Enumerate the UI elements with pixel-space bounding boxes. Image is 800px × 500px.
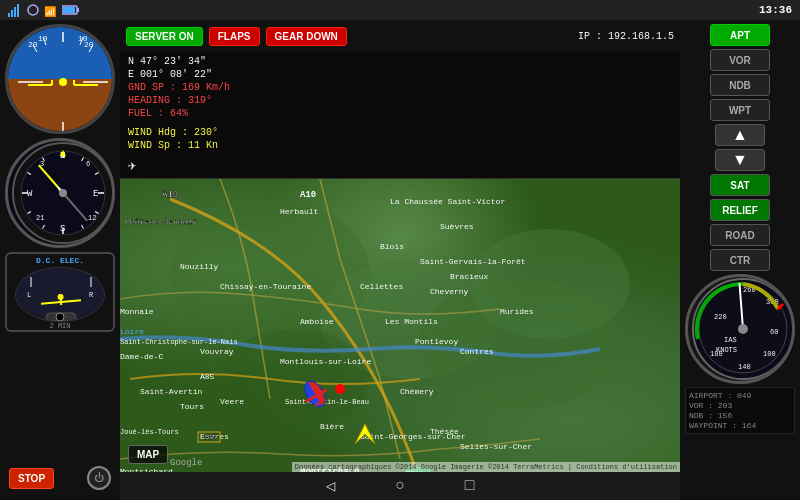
apt-button[interactable]: APT [710, 24, 770, 46]
android-nav-bar: ◁ ○ □ [120, 472, 680, 500]
waypoint-count: WAYPOINT : 164 [689, 421, 791, 430]
ndb-button[interactable]: NDB [710, 74, 770, 96]
stop-button[interactable]: STOP [9, 468, 54, 489]
svg-rect-1 [11, 10, 13, 17]
latitude: N 47° 23' 34" [128, 56, 258, 67]
svg-text:6: 6 [86, 160, 90, 168]
directional-indicator: N E S W 3 6 12 21 [5, 138, 115, 248]
svg-text:Thésée: Thésée [430, 427, 459, 436]
map-container[interactable]: A10 A10 A85 Loire Château-Renault Herbau… [120, 179, 680, 472]
wpt-button[interactable]: WPT [710, 99, 770, 121]
power-icon[interactable]: ⏻ [87, 466, 111, 490]
vor-button[interactable]: VOR [710, 49, 770, 71]
map-roads-svg: A10 A10 A85 Loire Château-Renault Herbau… [120, 179, 680, 472]
android-icon [26, 3, 40, 17]
svg-text:20: 20 [28, 40, 38, 49]
gear-down-button[interactable]: GEAR DOWN [266, 27, 347, 46]
svg-text:Chissay-en-Touraine: Chissay-en-Touraine [220, 282, 311, 291]
svg-point-62 [56, 313, 64, 321]
svg-text:Nouzilly: Nouzilly [180, 262, 219, 271]
svg-text:Blois: Blois [380, 242, 404, 251]
info-panel: N 47° 23' 34" E 001° 08' 22" GND SP : 16… [120, 52, 680, 179]
svg-text:Joué-lès-Tours: Joué-lès-Tours [120, 428, 179, 436]
map-button[interactable]: MAP [128, 445, 168, 464]
svg-text:Suèvres: Suèvres [440, 222, 474, 231]
center-area: SERVER ON FLAPS GEAR DOWN IP : 192.168.1… [120, 20, 680, 500]
svg-text:E: E [93, 189, 98, 199]
svg-rect-7 [77, 8, 79, 12]
status-icons: 📶 [8, 3, 80, 17]
svg-text:100: 100 [763, 350, 776, 358]
svg-text:Saint-Martin-le-Beau: Saint-Martin-le-Beau [285, 398, 369, 406]
top-bar: SERVER ON FLAPS GEAR DOWN IP : 192.168.1… [120, 20, 680, 52]
turn-coordinator: D.C. ELEC. L R 2 MIN [5, 252, 115, 332]
battery-icon [62, 3, 80, 17]
home-button[interactable]: ○ [395, 477, 405, 495]
svg-text:Tours: Tours [180, 402, 204, 411]
svg-point-25 [59, 78, 67, 86]
svg-text:KNOTS: KNOTS [716, 346, 737, 354]
svg-text:Murides: Murides [500, 307, 534, 316]
svg-text:Veere: Veere [220, 397, 244, 406]
svg-text:A85: A85 [200, 372, 215, 381]
clock: 13:36 [759, 4, 792, 16]
ip-address: IP : 192.168.1.5 [578, 31, 674, 42]
svg-point-4 [28, 5, 38, 15]
svg-text:Contres: Contres [460, 347, 494, 356]
ground-speed: GND SP : 169 Km/h [128, 82, 258, 93]
svg-text:📶: 📶 [44, 5, 57, 17]
svg-text:Saint-Gervais-la-Forêt: Saint-Gervais-la-Forêt [420, 257, 526, 266]
svg-text:Pontlevoy: Pontlevoy [415, 337, 458, 346]
wifi-icon: 📶 [44, 3, 58, 17]
right-info-panel: AIRPORT : 049 VOR : 203 NDB : 156 WAYPOI… [685, 387, 795, 434]
svg-text:60: 60 [770, 328, 778, 336]
svg-rect-2 [14, 7, 16, 17]
svg-text:Herbault: Herbault [280, 207, 318, 216]
attitude-markings: 10 10 20 20 [8, 27, 115, 134]
svg-text:10: 10 [38, 34, 48, 43]
google-label: Google [170, 458, 202, 468]
compass-svg: N E S W 3 6 12 21 [8, 138, 112, 248]
svg-text:A10: A10 [162, 190, 178, 200]
back-button[interactable]: ◁ [326, 476, 336, 496]
svg-text:Loire: Loire [120, 327, 144, 336]
attitude-indicator: 10 10 20 20 [5, 24, 115, 134]
svg-text:Bière: Bière [320, 422, 344, 431]
recent-apps-button[interactable]: □ [465, 477, 475, 495]
ctr-button[interactable]: CTR [710, 249, 770, 271]
svg-text:12: 12 [88, 214, 96, 222]
svg-text:Saint-Avertin: Saint-Avertin [140, 387, 203, 396]
map-background: A10 A10 A85 Loire Château-Renault Herbau… [120, 179, 680, 472]
svg-text:Saint-Christophe-sur-le-Nais: Saint-Christophe-sur-le-Nais [120, 338, 238, 346]
ndb-count: NDB : 156 [689, 411, 791, 420]
svg-point-123 [335, 384, 345, 394]
zoom-out-button[interactable]: ▼ [715, 149, 765, 171]
svg-text:21: 21 [36, 214, 44, 222]
svg-text:Amboise: Amboise [300, 317, 334, 326]
svg-text:220: 220 [714, 313, 727, 321]
stop-area: STOP ⏻ [5, 460, 115, 496]
svg-text:IAS: IAS [724, 336, 737, 344]
svg-text:Cellettes: Cellettes [360, 282, 403, 291]
wind-heading: WIND Hdg : 230° [128, 127, 258, 138]
server-on-button[interactable]: SERVER ON [126, 27, 203, 46]
svg-text:Dame-de-C: Dame-de-C [120, 352, 163, 361]
airport-count: AIRPORT : 049 [689, 391, 791, 400]
map-attribution: Données cartographiques ©2014 Google Ima… [292, 462, 680, 472]
zoom-in-button[interactable]: ▲ [715, 124, 765, 146]
fuel-info: FUEL : 64% [128, 108, 258, 119]
main-layout: 10 10 20 20 [0, 20, 800, 500]
signal-icon [8, 3, 22, 17]
svg-rect-8 [63, 7, 75, 13]
left-panel: 10 10 20 20 [0, 20, 120, 500]
sat-button[interactable]: SAT [710, 174, 770, 196]
flaps-button[interactable]: FLAPS [209, 27, 260, 46]
turn-coord-svg: L R [16, 267, 104, 322]
vor-count: VOR : 203 [689, 401, 791, 410]
svg-text:W: W [27, 189, 33, 199]
flight-info: N 47° 23' 34" E 001° 08' 22" GND SP : 16… [128, 56, 258, 174]
road-button[interactable]: ROAD [710, 224, 770, 246]
airspeed-indicator: 220 260 300 60 100 140 180 IAS KNOTS [685, 274, 795, 384]
relief-button[interactable]: RELIEF [710, 199, 770, 221]
aircraft-symbol: ✈ [128, 157, 258, 174]
